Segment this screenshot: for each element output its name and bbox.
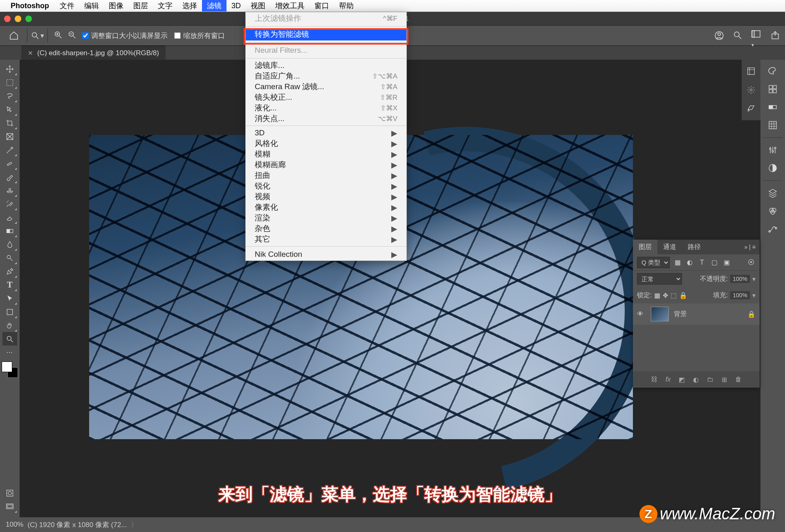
layer-thumbnail[interactable] xyxy=(651,307,669,321)
zoom-tool-icon[interactable] xyxy=(2,332,17,346)
menu-item-3d[interactable]: 3D▶ xyxy=(246,128,406,138)
menu-layer[interactable]: 图层 xyxy=(128,0,153,11)
paths-panel-icon[interactable] xyxy=(764,221,782,237)
frame-tool-icon[interactable] xyxy=(2,130,17,143)
healing-brush-tool-icon[interactable] xyxy=(2,157,17,170)
menu-item-vanishing-point[interactable]: 消失点...⌥⌘V xyxy=(246,113,406,124)
menu-item-liquify[interactable]: 液化...⇧⌘X xyxy=(246,103,406,113)
blend-mode-select[interactable]: 正常 xyxy=(637,273,682,285)
menu-view[interactable]: 视图 xyxy=(246,0,270,11)
menu-item-video[interactable]: 视频▶ xyxy=(246,191,406,202)
patterns-panel-icon[interactable] xyxy=(764,117,782,133)
color-panel-icon[interactable] xyxy=(764,63,782,79)
panel-menu-icon[interactable]: » | ≡ xyxy=(740,244,760,250)
channels-panel-icon[interactable] xyxy=(764,203,782,219)
zoom-all-windows-checkbox[interactable]: 缩放所有窗口 xyxy=(174,31,225,40)
menu-item-nik-collection[interactable]: Nik Collection▶ xyxy=(246,248,406,260)
menu-select[interactable]: 选择 xyxy=(177,0,202,11)
fill-value[interactable]: 100% xyxy=(730,291,750,299)
clone-stamp-tool-icon[interactable] xyxy=(2,184,17,197)
menu-3d[interactable]: 3D xyxy=(227,0,246,11)
type-tool-icon[interactable]: T xyxy=(2,278,17,292)
eraser-tool-icon[interactable] xyxy=(2,211,17,224)
edit-toolbar-icon[interactable]: ⋯ xyxy=(2,346,17,359)
resize-window-input[interactable] xyxy=(82,32,89,39)
layers-panel-icon[interactable] xyxy=(764,185,782,201)
layer-filter-type[interactable]: Q 类型 xyxy=(637,257,670,268)
shape-tool-icon[interactable] xyxy=(2,305,17,319)
history-panel-icon[interactable] xyxy=(742,101,760,117)
zoom-all-windows-input[interactable] xyxy=(174,32,181,39)
search-icon[interactable] xyxy=(733,30,743,41)
crop-tool-icon[interactable] xyxy=(2,116,17,130)
close-icon[interactable]: ✕ xyxy=(28,49,33,57)
delete-layer-icon[interactable]: 🗑 xyxy=(735,376,742,383)
adjustments-panel-icon[interactable] xyxy=(764,142,782,158)
menu-image[interactable]: 图像 xyxy=(104,0,128,11)
menu-edit[interactable]: 编辑 xyxy=(79,0,104,11)
menu-item-pixelate[interactable]: 像素化▶ xyxy=(246,202,406,213)
brush-settings-icon[interactable] xyxy=(742,82,760,98)
layer-style-icon[interactable]: fx xyxy=(666,376,671,383)
adjustment-layer-icon[interactable]: ◐ xyxy=(693,376,699,384)
menu-item-noise[interactable]: 杂色▶ xyxy=(246,223,406,234)
cloud-account-icon[interactable] xyxy=(714,30,724,41)
tab-paths[interactable]: 路径 xyxy=(682,240,706,254)
quick-select-tool-icon[interactable] xyxy=(2,103,17,116)
menu-item-render[interactable]: 渲染▶ xyxy=(246,213,406,223)
swatches-panel-icon[interactable] xyxy=(764,81,782,97)
menu-help[interactable]: 帮助 xyxy=(334,0,359,11)
layer-name[interactable]: 背景 xyxy=(674,310,687,319)
screen-mode-icon[interactable] xyxy=(2,500,17,513)
history-brush-tool-icon[interactable] xyxy=(2,197,17,211)
tab-layers[interactable]: 图层 xyxy=(633,240,657,254)
tab-channels[interactable]: 通道 xyxy=(657,240,682,254)
marquee-tool-icon[interactable] xyxy=(2,76,17,89)
traffic-light-zoom[interactable] xyxy=(25,16,32,22)
color-swatch[interactable] xyxy=(2,361,18,378)
menu-window[interactable]: 窗口 xyxy=(310,0,334,11)
lock-pixels-icon[interactable]: ▦ xyxy=(654,292,660,299)
move-tool-icon[interactable] xyxy=(2,62,17,76)
menu-file[interactable]: 文件 xyxy=(55,0,79,11)
menu-item-adaptive-wide-angle[interactable]: 自适应广角...⇧⌥⌘A xyxy=(246,71,406,81)
styles-panel-icon[interactable] xyxy=(764,160,782,176)
eyedropper-tool-icon[interactable] xyxy=(2,143,17,157)
new-layer-icon[interactable]: ⊞ xyxy=(722,376,727,384)
filter-toggle-icon[interactable]: ⦿ xyxy=(747,258,756,267)
blur-tool-icon[interactable] xyxy=(2,238,17,251)
menu-plugins[interactable]: 增效工具 xyxy=(270,0,310,11)
document-tab[interactable]: ✕ (C) edit-sharpen-1.jpg @ 100%(RGB/8) xyxy=(21,46,166,60)
group-icon[interactable]: 🗀 xyxy=(707,376,713,383)
menu-item-filter-gallery[interactable]: 滤镜库... xyxy=(246,60,406,71)
filter-smart-icon[interactable]: ▣ xyxy=(722,258,731,267)
gradients-panel-icon[interactable] xyxy=(764,99,782,115)
layer-row-background[interactable]: 👁 背景 🔒 xyxy=(633,303,760,325)
brush-tool-icon[interactable] xyxy=(2,170,17,184)
traffic-light-close[interactable] xyxy=(4,16,11,22)
traffic-light-minimize[interactable] xyxy=(15,16,21,22)
menu-type[interactable]: 文字 xyxy=(153,0,177,11)
lock-artboard-icon[interactable]: ⬚ xyxy=(671,292,677,299)
foreground-color-swatch[interactable] xyxy=(2,361,12,372)
filter-pixel-icon[interactable]: ▦ xyxy=(673,258,682,267)
menu-item-convert-smart-filter[interactable]: 转换为智能滤镜 xyxy=(246,28,406,40)
layers-panel[interactable]: 图层 通道 路径 » | ≡ Q 类型 ▦ ◐ T ▢ ▣ ⦿ 正常 不透明度:… xyxy=(633,240,760,388)
menu-item-stylize[interactable]: 风格化▶ xyxy=(246,138,406,149)
status-doc-info[interactable]: (C) 1920 像素 x 1080 像素 (72... xyxy=(27,520,127,530)
quick-mask-icon[interactable] xyxy=(2,486,17,500)
properties-panel-icon[interactable] xyxy=(742,63,760,79)
hand-tool-icon[interactable] xyxy=(2,319,17,332)
filter-shape-icon[interactable]: ▢ xyxy=(710,258,719,267)
zoom-in-icon[interactable] xyxy=(54,30,63,41)
lasso-tool-icon[interactable] xyxy=(2,89,17,103)
zoom-out-icon[interactable] xyxy=(67,30,76,41)
lock-icon[interactable]: 🔒 xyxy=(747,310,756,318)
menu-item-camera-raw[interactable]: Camera Raw 滤镜...⇧⌘A xyxy=(246,81,406,92)
filter-adjust-icon[interactable]: ◐ xyxy=(685,258,694,267)
status-chevron-icon[interactable]: 〉 xyxy=(131,520,138,530)
link-layers-icon[interactable]: ⛓ xyxy=(651,376,657,383)
lock-position-icon[interactable]: ✥ xyxy=(663,292,668,299)
app-name[interactable]: Photoshop xyxy=(11,2,49,10)
status-zoom[interactable]: 100% xyxy=(6,521,23,529)
